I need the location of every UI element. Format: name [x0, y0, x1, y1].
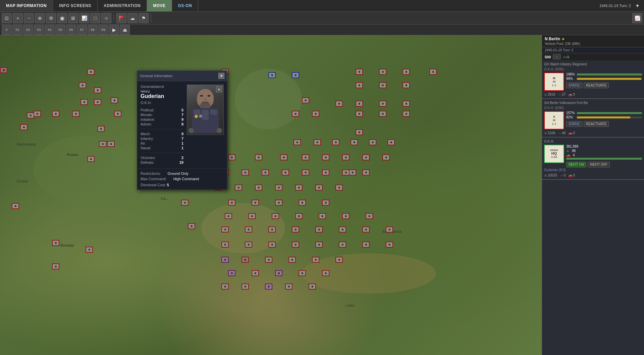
map-unit-10[interactable]: ▣ — [94, 87, 101, 93]
filter-5-button[interactable]: F5 — [55, 25, 65, 35]
map-unit-14[interactable]: ▣ — [80, 99, 88, 105]
map-unit-29[interactable]: ▣ — [356, 111, 363, 117]
map-unit-57[interactable]: ▣ — [322, 169, 329, 175]
map-unit-104[interactable]: ▣ — [312, 257, 319, 263]
map-unit-66[interactable]: ▣ — [315, 185, 323, 191]
map-unit-85[interactable]: ▣ — [339, 226, 346, 233]
map-unit-77[interactable]: ▣ — [319, 213, 326, 219]
map-unit-1[interactable]: ▣ — [87, 69, 95, 75]
filter-7-button[interactable]: F7 — [77, 25, 87, 35]
nav-tab-info-screens[interactable]: INFO SCREENS — [53, 0, 98, 11]
nav-tab-gs-on[interactable]: GS-on — [172, 0, 199, 11]
map-unit-15[interactable]: ▣ — [94, 99, 101, 105]
map-unit-58[interactable]: ▣ — [342, 169, 350, 175]
unit-icon-okh[interactable]: XXXXX HQ 0-50 — [544, 145, 564, 163]
map-unit-106[interactable]: ▣ — [228, 270, 235, 276]
map-unit-3[interactable]: ▣ — [268, 72, 276, 78]
map-unit-53[interactable]: ▣ — [241, 169, 249, 175]
map-unit-24[interactable]: ▣ — [52, 111, 59, 117]
map-unit-62[interactable]: ▣ — [235, 185, 242, 191]
map-unit-27[interactable]: ▣ — [292, 111, 299, 117]
zoom-reset-button[interactable]: ⊡ — [2, 13, 12, 23]
map-unit-82[interactable]: ▣ — [268, 226, 276, 233]
unit-refit-off-button[interactable]: REFIT OFF — [588, 162, 609, 167]
map-unit-19[interactable]: ▣ — [356, 101, 363, 107]
filter-3-button[interactable]: F3 — [34, 25, 44, 35]
map-unit-39[interactable]: ▣ — [332, 139, 339, 145]
map-unit-109[interactable]: ▣ — [299, 270, 306, 276]
map-unit-17[interactable]: ▣ — [302, 97, 309, 103]
map-unit-48[interactable]: ▣ — [322, 154, 329, 160]
filter-1-button[interactable]: F1 — [12, 25, 22, 35]
map-unit-111[interactable]: ▣ — [221, 284, 229, 290]
map-unit-37[interactable]: ▣ — [293, 139, 301, 145]
action-button[interactable]: ▶ — [109, 25, 119, 35]
map-unit-50[interactable]: ▣ — [362, 154, 370, 160]
map-unit-23[interactable]: ▣ — [34, 111, 41, 117]
map-unit-36[interactable]: ▣ — [107, 141, 115, 147]
portrait-add-button[interactable]: + — [216, 86, 222, 92]
move-type-button[interactable]: ⊹ — [101, 13, 111, 23]
map-unit-55[interactable]: ▣ — [282, 169, 289, 175]
map-unit-90[interactable]: ▣ — [86, 247, 93, 253]
map-unit-25[interactable]: ▣ — [72, 111, 79, 117]
map-unit-98[interactable]: ▣ — [362, 242, 370, 248]
map-unit-118[interactable]: ▣ — [0, 67, 7, 73]
map-unit-42[interactable]: ▣ — [387, 139, 395, 145]
map-unit-59[interactable]: ▣ — [362, 169, 370, 175]
weather-button[interactable]: ☁ — [127, 13, 138, 23]
map-unit-67[interactable]: ▣ — [335, 185, 343, 191]
zoom-in-button[interactable]: + — [13, 13, 23, 23]
map-unit-41[interactable]: ▣ — [369, 139, 376, 145]
map-area[interactable]: Posen Lo... Breslau Reichenberg Grolnitz… — [0, 35, 542, 355]
map-unit-116[interactable]: ▣ — [188, 223, 195, 229]
unit-icon-gd-watch[interactable]: III ✉ 1-1 — [544, 72, 564, 91]
map-unit-99[interactable]: ▣ — [386, 242, 393, 248]
map-unit-108[interactable]: ▣ — [275, 270, 282, 276]
zoom-out-button[interactable]: − — [24, 13, 34, 23]
map-unit-69[interactable]: ▣ — [252, 200, 259, 206]
map-unit-13[interactable]: ▣ — [402, 82, 410, 88]
map-unit-70[interactable]: ▣ — [275, 200, 282, 206]
map-unit-84[interactable]: ▣ — [315, 226, 323, 233]
map-unit-60[interactable]: ▣ — [349, 169, 356, 175]
map-unit-43[interactable]: ▣ — [87, 156, 95, 162]
filter-4-button[interactable]: F4 — [45, 25, 55, 35]
map-unit-103[interactable]: ▣ — [288, 257, 296, 263]
map-unit-11[interactable]: ▣ — [356, 82, 363, 88]
map-unit-68[interactable]: ▣ — [228, 200, 235, 206]
map-unit-110[interactable]: ▣ — [322, 270, 329, 276]
map-unit-97[interactable]: ▣ — [339, 242, 346, 248]
map-unit-63[interactable]: ▣ — [255, 185, 262, 191]
map-unit-20[interactable]: ▣ — [379, 101, 386, 107]
expand-button[interactable]: + — [634, 3, 641, 9]
location-favorite-star[interactable]: ★ — [561, 37, 565, 41]
map-unit-56[interactable]: ▣ — [302, 169, 309, 175]
map-unit-81[interactable]: ▣ — [245, 226, 252, 233]
portrait-prev-button[interactable] — [189, 128, 194, 133]
map-unit-78[interactable]: ▣ — [342, 213, 350, 219]
map-unit-80[interactable]: ▣ — [221, 226, 229, 233]
map-unit-46[interactable]: ▣ — [280, 154, 287, 160]
map-unit-5[interactable]: ▣ — [356, 69, 363, 75]
map-unit-7[interactable]: ▣ — [402, 69, 410, 75]
map-unit-28[interactable]: ▣ — [312, 111, 319, 117]
unit-static-button-2[interactable]: STATIC — [566, 121, 582, 127]
portrait-next-button[interactable] — [217, 128, 222, 133]
map-unit-92[interactable]: ▣ — [221, 242, 229, 248]
map-unit-87[interactable]: ▣ — [386, 226, 393, 233]
resource-minus-button[interactable]: − — [553, 54, 561, 59]
map-unit-73[interactable]: ▣ — [225, 213, 232, 219]
map-unit-93[interactable]: ▣ — [245, 242, 252, 248]
map-unit-49[interactable]: ▣ — [342, 154, 350, 160]
grid-button[interactable]: ⊞ — [68, 13, 78, 23]
map-unit-100[interactable]: ▣ — [221, 257, 229, 263]
map-unit-114[interactable]: ▣ — [285, 284, 292, 290]
map-unit-75[interactable]: ▣ — [272, 213, 279, 219]
filter-8-button[interactable]: F8 — [88, 25, 98, 35]
map-unit-83[interactable]: ▣ — [292, 226, 299, 233]
map-unit-6[interactable]: ▣ — [379, 69, 386, 75]
map-unit-31[interactable]: ▣ — [402, 111, 410, 117]
unit-refit-on-button[interactable]: REFIT ON — [566, 162, 586, 167]
map-unit-76[interactable]: ▣ — [295, 213, 303, 219]
